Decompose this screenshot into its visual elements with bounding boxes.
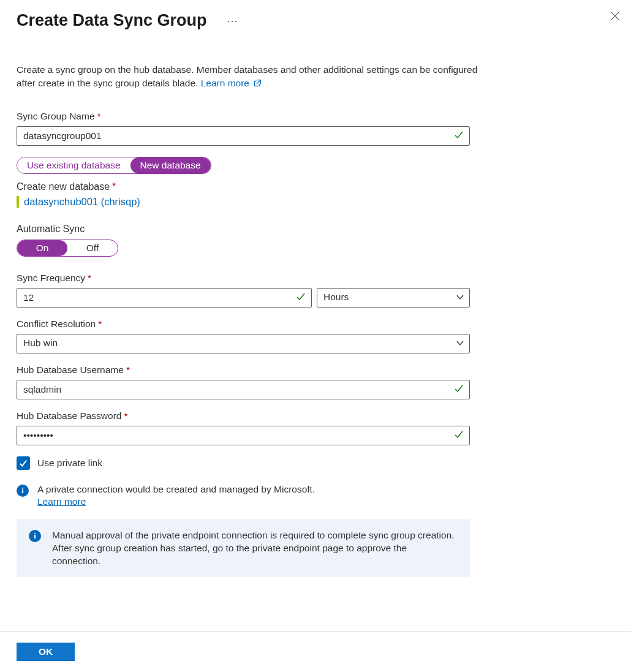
sync-frequency-input[interactable] xyxy=(17,288,312,308)
check-icon xyxy=(296,292,306,304)
required-asterisk: * xyxy=(126,364,130,375)
required-asterisk: * xyxy=(124,410,127,421)
hub-password-label-text: Hub Database Password xyxy=(17,410,121,421)
required-asterisk: * xyxy=(98,319,102,329)
private-link-info-text: A private connection would be created an… xyxy=(37,484,315,494)
new-database-link[interactable]: datasynchub001 (chrisqp) xyxy=(24,196,140,207)
conflict-resolution-label-text: Conflict Resolution xyxy=(17,319,96,329)
required-asterisk: * xyxy=(97,111,101,121)
learn-more-label: Learn more xyxy=(201,78,249,88)
sync-frequency-label: Sync Frequency* xyxy=(17,273,470,284)
check-icon xyxy=(454,130,464,142)
sync-group-name-label-text: Sync Group Name xyxy=(17,111,95,121)
required-asterisk: * xyxy=(88,273,91,283)
use-private-link-label: Use private link xyxy=(37,458,102,469)
sync-frequency-label-text: Sync Frequency xyxy=(17,273,85,283)
use-existing-database-option[interactable]: Use existing database xyxy=(17,157,130,173)
new-database-option[interactable]: New database xyxy=(130,157,211,173)
chevron-down-icon xyxy=(456,338,464,349)
sync-group-name-label: Sync Group Name* xyxy=(17,111,470,122)
check-icon xyxy=(454,429,464,442)
sync-frequency-unit-select[interactable]: Hours xyxy=(317,288,470,308)
hub-username-label: Hub Database Username* xyxy=(17,364,470,376)
use-private-link-checkbox[interactable] xyxy=(17,456,30,470)
required-asterisk: * xyxy=(112,181,116,192)
info-icon: i xyxy=(29,530,41,542)
hub-username-input[interactable] xyxy=(17,380,470,399)
approval-info-text: Manual approval of the private endpoint … xyxy=(52,529,458,567)
automatic-sync-label: Automatic Sync xyxy=(17,224,614,235)
create-new-database-label: Create new database* xyxy=(17,181,614,192)
conflict-resolution-select[interactable]: Hub win xyxy=(17,334,470,353)
private-link-learn-more-link[interactable]: Learn more xyxy=(37,496,86,507)
hub-username-label-text: Hub Database Username xyxy=(17,364,124,375)
intro-text: Create a sync group on the hub database.… xyxy=(17,63,482,90)
ok-button[interactable]: OK xyxy=(17,643,75,661)
create-new-database-label-text: Create new database xyxy=(17,181,110,192)
sync-group-name-input[interactable] xyxy=(17,126,470,146)
info-icon: i xyxy=(17,485,29,497)
check-icon xyxy=(454,383,464,396)
automatic-sync-on[interactable]: On xyxy=(17,240,67,256)
hub-password-label: Hub Database Password* xyxy=(17,410,470,421)
chevron-down-icon xyxy=(456,292,464,303)
page-title: Create Data Sync Group xyxy=(17,11,207,30)
approval-info-box: i Manual approval of the private endpoin… xyxy=(17,519,470,577)
database-mode-toggle[interactable]: Use existing database New database xyxy=(17,157,211,174)
automatic-sync-toggle[interactable]: On Off xyxy=(17,240,118,257)
more-menu-icon[interactable]: ⋯ xyxy=(227,14,238,28)
automatic-sync-off[interactable]: Off xyxy=(67,240,118,256)
learn-more-link[interactable]: Learn more xyxy=(201,78,262,88)
conflict-resolution-label: Conflict Resolution* xyxy=(17,319,470,330)
hub-password-input[interactable] xyxy=(17,426,470,445)
close-icon[interactable] xyxy=(610,11,620,23)
